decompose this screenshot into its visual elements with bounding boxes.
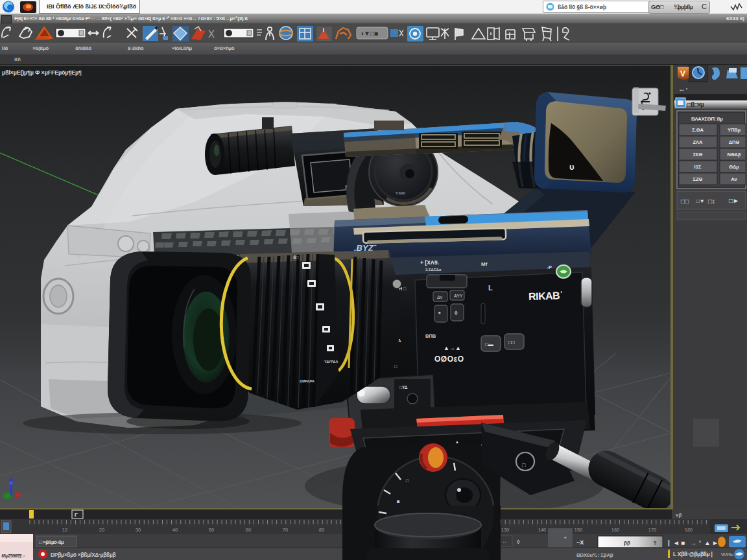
svg-text:120: 120 bbox=[465, 527, 473, 533]
svg-text:υ: υ bbox=[569, 162, 575, 172]
svg-text:□: □ bbox=[522, 462, 526, 469]
svg-text:80: 80 bbox=[319, 527, 324, 533]
svg-text:ΥΠΒµ: ΥΠΒµ bbox=[728, 127, 741, 133]
svg-text:Σ₤Θ: Σ₤Θ bbox=[693, 152, 703, 158]
svg-text:↔·: ↔· bbox=[678, 85, 688, 93]
svg-text:▲→▲: ▲→▲ bbox=[444, 345, 461, 351]
svg-text:ΣΖΘ: ΣΖΘ bbox=[693, 176, 703, 182]
svg-text:◊: ◊ bbox=[455, 310, 458, 316]
svg-text:180: 180 bbox=[685, 527, 693, 533]
svg-text:ΝΘΑβ: ΝΘΑβ bbox=[727, 152, 741, 158]
svg-text:¶: ¶ bbox=[654, 540, 657, 546]
svg-text:6 ßµ×βµößµc: 6 ßµ×βµößµc bbox=[419, 539, 448, 544]
svg-text:110: 110 bbox=[428, 527, 436, 533]
svg-text:→: → bbox=[690, 539, 696, 546]
svg-text:□ΥΔ: □ΥΔ bbox=[399, 385, 408, 390]
svg-text:Δν: Δν bbox=[437, 295, 443, 299]
svg-text:□ß□×µ: □ß□×µ bbox=[687, 101, 704, 108]
svg-text:µßl×µE()µ¶µ Φ ×µFFEµöµ¶Eµ¶: µßl×µE()µ¶µ Φ ×µFFEµöµ¶Eµ¶ bbox=[2, 69, 82, 76]
svg-text:□►: □► bbox=[729, 197, 739, 204]
svg-text:Αν: Αν bbox=[731, 176, 737, 182]
svg-text:□□: □□ bbox=[508, 340, 515, 345]
svg-text:~Χ: ~Χ bbox=[576, 539, 584, 546]
svg-text:*: * bbox=[438, 310, 441, 317]
svg-text:V: V bbox=[680, 69, 685, 78]
svg-text:Μf: Μf bbox=[481, 261, 488, 267]
svg-text:◑▼□■: ◑▼□■ bbox=[360, 30, 378, 37]
svg-text:160: 160 bbox=[611, 527, 620, 533]
svg-text:RIKABʾ: RIKABʾ bbox=[528, 290, 563, 302]
svg-text:ΒΛΑΧΣΘΠ□ßµ: ΒΛΑΧΣΘΠ□ßµ bbox=[691, 116, 723, 122]
svg-text:60: 60 bbox=[246, 527, 251, 533]
svg-text:40: 40 bbox=[172, 527, 178, 533]
svg-text:70: 70 bbox=[283, 527, 288, 533]
svg-text:50: 50 bbox=[209, 527, 214, 533]
svg-text:+ [ΧΑ9.: + [ΧΑ9. bbox=[420, 259, 439, 266]
svg-text:¼Α: ¼Α bbox=[384, 552, 392, 558]
svg-text:ℓßµΖ596¶¶ ○: ℓßµΖ596¶¶ ○ bbox=[1, 554, 25, 559]
svg-text:DΡβµ×ßµö ×βßµ/ΧΔ·µβßµβ: DΡβµ×ßµö ×βßµ/ΧΔ·µβßµβ bbox=[51, 552, 116, 558]
svg-text:ΖΛΑ: ΖΛΑ bbox=[693, 139, 704, 145]
svg-text:■: ■ bbox=[681, 539, 685, 546]
svg-text:170: 170 bbox=[648, 527, 657, 533]
svg-text:20: 20 bbox=[99, 527, 104, 533]
svg-text:10: 10 bbox=[62, 527, 67, 533]
svg-text:□▬: □▬ bbox=[485, 342, 493, 347]
svg-text:◙: ◙ bbox=[397, 499, 399, 504]
svg-text:ΔΜΡΔΡΑ: ΔΜΡΔΡΑ bbox=[300, 379, 314, 383]
svg-text:130: 130 bbox=[501, 527, 510, 533]
svg-text:|: | bbox=[668, 539, 670, 546]
svg-text:ΨΑ‰: ΨΑ‰ bbox=[721, 552, 733, 557]
svg-text:100: 100 bbox=[391, 527, 399, 533]
svg-text:ββ: ββ bbox=[624, 540, 630, 546]
svg-text:150: 150 bbox=[575, 527, 583, 533]
svg-text:3.ΣΔΣΔα: 3.ΣΔΣΔα bbox=[425, 268, 442, 272]
svg-text:Γ: Γ bbox=[75, 512, 78, 518]
svg-text:ΘΔµ: ΘΔµ bbox=[729, 164, 739, 170]
svg-text:·↔: ·↔ bbox=[500, 539, 507, 544]
svg-text:□↕: □↕ bbox=[708, 198, 715, 205]
svg-text:ΔΠΘ: ΔΠΘ bbox=[729, 139, 740, 145]
svg-text:◄: ◄ bbox=[673, 539, 680, 546]
svg-text:νβ: νβ bbox=[676, 512, 682, 518]
svg-text:ΒDΧ6u¾ : ΣβΑβ: ΒDΧ6u¾ : ΣβΑβ bbox=[576, 552, 613, 558]
svg-text:140: 140 bbox=[538, 527, 547, 533]
svg-text:T.Mßl: T.Mßl bbox=[396, 191, 405, 195]
svg-text:×µß·|&Cβµö: ×µß·|&Cβµö bbox=[376, 539, 403, 544]
svg-text:□ ×βßµö-ßµ: □ ×βßµö-ßµ bbox=[39, 539, 64, 545]
svg-text:+: + bbox=[563, 535, 567, 541]
svg-text:▲: ▲ bbox=[704, 539, 711, 546]
svg-text:30: 30 bbox=[136, 527, 141, 533]
svg-text:²: ² bbox=[699, 540, 701, 546]
svg-text:OØOεO: OØOεO bbox=[434, 355, 464, 364]
svg-text:□▼: □▼ bbox=[696, 198, 705, 204]
svg-text:10 Ββßµö×µ08β: 10 Ββßµö×µ08β bbox=[419, 552, 455, 557]
svg-text:ΒΠΒ: ΒΠΒ bbox=[425, 333, 436, 339]
svg-text:L Χβß·@βµβßµ |: L Χβß·@βµβßµ | bbox=[673, 551, 712, 557]
svg-text:ΑΥΥ: ΑΥΥ bbox=[454, 294, 463, 298]
svg-text:ΥΔΥΡΔΑ: ΥΔΥΡΔΑ bbox=[324, 360, 338, 364]
svg-text:Ι1Σ: Ι1Σ bbox=[694, 164, 702, 170]
svg-text:Σ.ΘΑ: Σ.ΘΑ bbox=[692, 127, 704, 133]
svg-text:◊: ◊ bbox=[517, 539, 520, 545]
svg-text:-Ρ: -Ρ bbox=[547, 264, 552, 270]
svg-text:L: L bbox=[488, 284, 493, 292]
svg-text:□□: □□ bbox=[681, 198, 689, 205]
svg-text:90: 90 bbox=[356, 527, 361, 533]
svg-text:Δ□: Δ□ bbox=[293, 255, 299, 260]
